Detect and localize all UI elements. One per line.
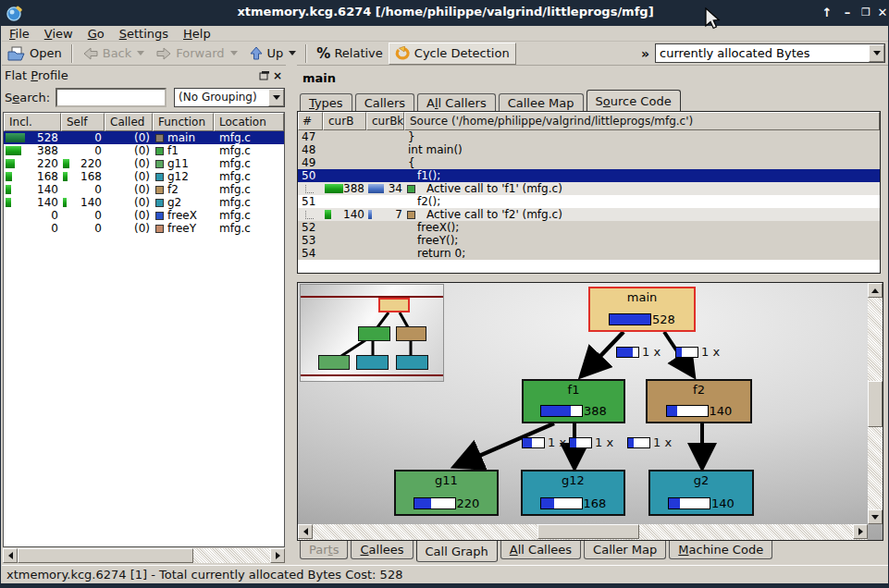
flat-profile-hscrollbar[interactable] [3, 548, 285, 563]
forward-button[interactable]: Forward [150, 43, 242, 65]
source-line[interactable]: 49 { [298, 156, 880, 169]
mouse-cursor [704, 7, 722, 31]
tab-call-graph[interactable]: Call Graph [416, 541, 498, 562]
graph-node-g2[interactable]: g2 140 [648, 470, 754, 516]
column-header-source[interactable]: Source ('/home/philippe/valgrind/littlep… [404, 112, 880, 130]
call-graph-view[interactable]: main 528 f1 388 f2 140 g11 220 g12 168 g… [297, 282, 883, 541]
function-color-icon [155, 212, 164, 220]
column-header-line[interactable]: # [298, 112, 323, 130]
panel-splitter[interactable] [286, 65, 297, 566]
shade-button[interactable]: ↑ [819, 5, 835, 21]
column-header-self[interactable]: Self [61, 113, 105, 131]
function-row-main[interactable]: 528 0 (0) main mfg.c [4, 131, 284, 144]
function-row-f1[interactable]: 388 0 (0) f1 mfg.c [4, 144, 284, 157]
menu-help[interactable]: Help [176, 26, 218, 42]
dock-title: Flat Profile [5, 68, 68, 82]
column-header-called[interactable]: Called [105, 113, 153, 131]
column-header-function[interactable]: Function [153, 113, 214, 131]
tab-callee-map[interactable]: Callee Map [499, 93, 584, 112]
scroll-left-icon[interactable] [3, 548, 18, 563]
cycle-detection-toggle-button[interactable]: Cycle Detection [389, 43, 516, 65]
tab-parts[interactable]: Parts [300, 541, 348, 559]
scrollbar-thumb[interactable] [537, 524, 639, 539]
function-row-freeX[interactable]: 0 0 (0) freeX mfg.c [4, 209, 284, 222]
tab-callers[interactable]: Callers [355, 93, 414, 112]
close-dock-icon[interactable]: × [270, 69, 285, 82]
float-dock-icon[interactable] [259, 70, 270, 80]
graph-hscrollbar[interactable] [298, 524, 868, 540]
graph-node-f1[interactable]: f1 388 [522, 379, 625, 423]
tab-caller-map[interactable]: Caller Map [584, 541, 666, 559]
graph-overview-minimap[interactable] [300, 284, 444, 382]
window-bottom-border [1, 583, 889, 588]
function-row-g12[interactable]: 168 168 (0) g12 mfg.c [4, 170, 284, 183]
tab-source-code[interactable]: Source Code [586, 90, 681, 112]
function-row-g2[interactable]: 140 140 (0) g2 mfg.c [4, 196, 284, 209]
up-button[interactable]: Up [243, 43, 303, 65]
search-input[interactable] [56, 88, 167, 107]
source-call-line[interactable]: 140 7 Active call to 'f2' (mfg.c) [298, 208, 880, 221]
source-line[interactable]: 52 freeX(); [298, 221, 880, 234]
graph-node-g12[interactable]: g12 168 [521, 470, 625, 516]
source-code-view: # curB curBk Source ('/home/philippe/val… [297, 111, 881, 274]
source-line[interactable]: 53 freeY(); [298, 234, 880, 247]
forward-history-chevron-icon [230, 51, 238, 55]
status-bar: xtmemory.kcg.6274 [1] - Total currently … [2, 565, 889, 583]
close-button[interactable]: ✕ [874, 5, 889, 21]
minimize-button[interactable]: – [839, 5, 856, 21]
column-header-curB[interactable]: curB [323, 112, 366, 130]
tab-all-callers[interactable]: All Callers [417, 93, 496, 112]
event-type-select[interactable]: currently allocated Bytes [655, 43, 885, 63]
overview-node-f1 [358, 326, 390, 341]
tab-callees[interactable]: Callees [351, 541, 413, 559]
scrollbar-thumb[interactable] [18, 548, 193, 563]
scroll-up-icon[interactable] [868, 283, 883, 298]
scroll-right-icon[interactable] [853, 524, 868, 539]
maximize-button[interactable]: ❒ [858, 5, 874, 21]
function-color-icon [155, 160, 164, 168]
column-header-incl[interactable]: Incl. [4, 113, 61, 131]
column-header-curBk[interactable]: curBk [366, 112, 404, 130]
open-button[interactable]: Open [2, 43, 68, 65]
column-header-location[interactable]: Location [214, 113, 284, 131]
source-line[interactable]: 47 } [298, 130, 880, 143]
title-bar[interactable]: xtmemory.kcg.6274 [/home/philippe/valgri… [1, 0, 889, 26]
scroll-left-icon[interactable] [298, 524, 313, 539]
menu-file[interactable]: File [2, 26, 37, 42]
back-history-chevron-icon [137, 51, 144, 55]
source-line[interactable]: 54 return 0; [298, 247, 880, 260]
overview-node-main [378, 298, 410, 312]
function-row-f2[interactable]: 140 0 (0) f2 mfg.c [4, 183, 284, 196]
menu-settings[interactable]: Settings [112, 26, 176, 42]
scroll-down-icon[interactable] [868, 509, 883, 524]
flat-profile-table: Incl. Self Called Function Location 528 … [3, 112, 285, 547]
function-color-icon [155, 186, 164, 194]
tab-types[interactable]: Types [300, 93, 352, 112]
menu-go[interactable]: Go [80, 26, 112, 42]
source-call-line[interactable]: 388 34 Active call to 'f1' (mfg.c) [298, 182, 880, 195]
menu-view[interactable]: View [37, 26, 80, 42]
relative-toggle-button[interactable]: % Relative [311, 43, 388, 65]
scroll-right-icon[interactable] [270, 548, 285, 563]
toolbar-overflow-chevron[interactable]: » [636, 46, 655, 61]
function-row-g11[interactable]: 220 220 (0) g11 mfg.c [4, 157, 284, 170]
graph-node-f2[interactable]: f2 140 [646, 379, 752, 423]
back-button[interactable]: Back [77, 43, 151, 65]
chevron-down-icon[interactable] [869, 44, 884, 62]
source-line[interactable]: 51 f2(); [298, 195, 880, 208]
function-color-icon [155, 225, 164, 233]
graph-node-g11[interactable]: g11 220 [394, 470, 499, 516]
edge-label-main-f2: 1 x [675, 345, 720, 359]
function-row-freeY[interactable]: 0 0 (0) freeY mfg.c [4, 222, 284, 235]
source-line-selected[interactable]: 50 f1(); [298, 169, 880, 182]
grouping-select[interactable]: (No Grouping) [174, 88, 285, 107]
source-line[interactable]: 48 int main() [298, 143, 880, 156]
tab-machine-code[interactable]: Machine Code [669, 541, 772, 559]
scrollbar-thumb[interactable] [868, 381, 883, 427]
flat-profile-dock-header[interactable]: Flat Profile × [5, 67, 285, 84]
chevron-down-icon[interactable] [268, 89, 284, 106]
cycle-arrow-icon [395, 46, 411, 61]
graph-vscrollbar[interactable] [868, 283, 883, 524]
tab-all-callees[interactable]: All Callees [500, 541, 581, 559]
graph-node-main[interactable]: main 528 [588, 287, 696, 332]
